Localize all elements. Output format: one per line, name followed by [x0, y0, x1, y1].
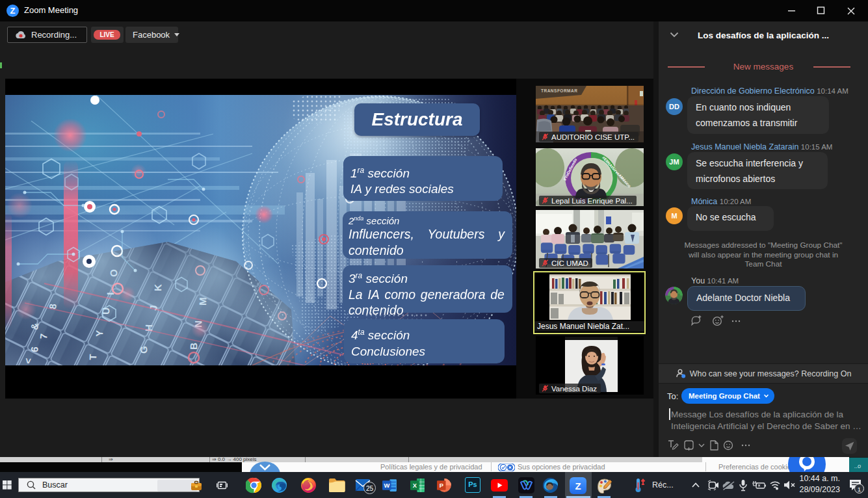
- svg-text:6: 6: [29, 346, 40, 352]
- svg-text:<: <: [22, 358, 34, 364]
- svg-text:P: P: [440, 482, 443, 489]
- svg-text:X: X: [413, 482, 417, 489]
- svg-text:Z: Z: [575, 480, 581, 491]
- svg-text:W: W: [384, 482, 389, 489]
- svg-text:Z: Z: [10, 6, 16, 16]
- svg-text:TRANSFORMAR: TRANSFORMAR: [541, 88, 577, 93]
